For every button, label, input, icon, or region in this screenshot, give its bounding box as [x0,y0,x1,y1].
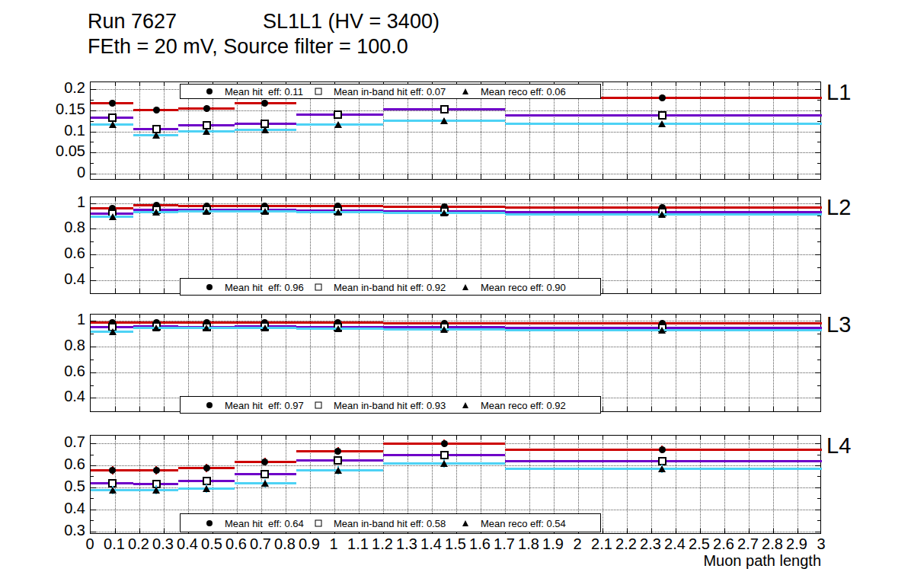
x-tick-bottom [724,407,725,411]
x-tick-top [749,436,750,439]
x-tick-top [798,315,798,318]
x-tick-bottom [164,289,165,293]
x-tick-top [676,315,676,318]
x-tick-top [261,197,262,201]
y-tick-right [815,465,820,466]
y-minor-tick-left [91,360,94,360]
legend-filled-circle-icon [206,88,213,94]
x-tick-top [188,197,189,201]
legend-entry-label: Mean in-band hit eff: 0.92 [334,281,446,292]
x-tick-top [749,315,750,318]
hit-marker-circle [203,105,210,112]
x-tick-top [188,315,189,318]
legend-open-square-icon [315,283,322,290]
x-tick-bottom [237,174,238,179]
reco-marker-triangle [152,324,160,331]
reco-marker-triangle [152,132,160,139]
x-tick-bottom [164,407,165,411]
reco-marker-triangle [261,480,269,487]
y-tick-right [815,254,820,255]
y-tick-label: 0.8 [27,219,85,236]
y-minor-tick-left [91,455,94,455]
y-gridline [91,152,820,153]
x-tick-top [529,436,530,439]
legend-entry-label: Mean hit eff: 0.96 [225,281,304,292]
legend-box: Mean hit eff: 0.11Mean in-band hit eff: … [180,84,601,99]
x-tick-bottom [749,529,750,533]
y-tick-label: 0.6 [27,363,85,380]
x-tick-top [578,436,579,439]
x-tick-top [237,315,238,318]
y-tick-label: 0.8 [27,337,85,354]
panel-label-L4: L4 [826,433,851,459]
x-tick-top [310,315,311,318]
x-tick-bottom [603,407,603,411]
y-tick-right [815,510,820,510]
x-tick-bottom [408,174,408,179]
x-tick-bottom [798,529,798,533]
x-tick-top [627,315,628,318]
panel-L4: Mean hit eff: 0.64Mean in-band hit eff: … [90,435,821,534]
y-tick-right [815,443,820,444]
legend-entry-label: Mean reco eff: 0.54 [481,517,566,529]
x-tick-top [700,197,701,201]
x-tick-bottom [139,174,140,179]
x-tick-top [749,197,750,201]
y-minor-tick-left [91,385,94,386]
y-tick-label: 1 [27,311,85,328]
x-tick-bottom [139,289,140,293]
x-tick-top [164,436,165,439]
x-tick-bottom [700,407,701,411]
y-tick-left [91,510,96,510]
x-tick-top [724,197,725,201]
x-tick-top [286,197,286,201]
x-tick-bottom [724,174,725,179]
x-tick-top [481,315,481,318]
reco-marker-triangle [109,487,117,494]
x-tick-top [432,197,433,201]
x-tick-top [603,197,603,201]
y-gridline [91,510,820,510]
y-tick-left [91,174,96,174]
x-tick-top [213,436,213,439]
x-tick-bottom [213,174,213,179]
y-tick-left [91,347,96,347]
hit-marker-circle [261,459,268,465]
legend-open-square-icon [315,401,322,408]
x-axis-title: Muon path length [593,552,821,570]
y-tick-left [91,228,96,229]
x-tick-top [554,197,555,201]
hit-marker-circle [153,467,160,474]
hit-marker-circle [441,440,448,447]
x-tick-bottom [505,174,506,179]
x-tick-bottom [798,174,798,179]
legend-filled-triangle-icon [462,88,468,94]
reco-marker-triangle [152,209,160,216]
x-tick-top [554,436,555,439]
x-tick-top [115,197,116,201]
x-tick-top [798,436,798,439]
x-tick-bottom [651,407,652,411]
x-tick-top [139,197,140,201]
y-tick-right [815,132,820,133]
y-tick-left [91,487,96,488]
hit-marker-circle [109,100,116,107]
x-tick-bottom [651,174,652,179]
x-tick-top [724,436,725,439]
x-tick-bottom [749,407,750,411]
x-tick-bottom [773,529,774,533]
legend-entry-label: Mean hit eff: 0.97 [225,399,304,411]
x-tick-top [651,315,652,318]
x-tick-bottom [700,289,701,293]
x-tick-bottom [164,174,165,179]
x-tick-top [213,315,213,318]
y-tick-label: 0.4 [27,388,85,405]
hit-marker-circle [153,107,160,113]
legend-entry-label: Mean reco eff: 0.06 [481,86,566,97]
hit-marker-circle [334,448,341,455]
x-tick-top [115,436,116,439]
x-tick-top [798,82,798,86]
reco-marker-triangle [440,209,448,216]
y-minor-tick-left [91,476,94,477]
inband-marker-square [658,111,666,120]
